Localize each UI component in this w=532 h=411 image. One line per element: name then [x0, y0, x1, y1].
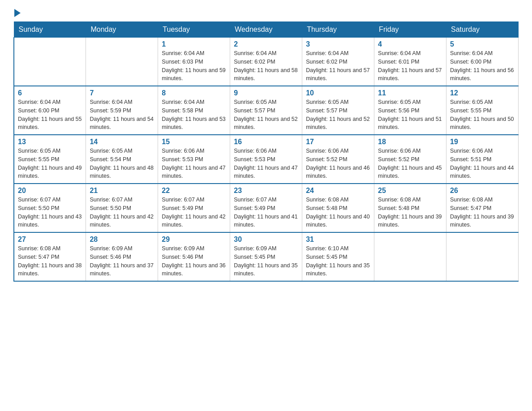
day-info: Sunrise: 6:08 AMSunset: 5:48 PMDaylight:…: [378, 196, 442, 229]
day-number: 5: [450, 40, 515, 48]
weekday-header-tuesday: Tuesday: [158, 22, 230, 38]
day-info: Sunrise: 6:06 AMSunset: 5:53 PMDaylight:…: [162, 147, 226, 180]
day-number: 11: [378, 89, 442, 97]
day-number: 16: [234, 138, 298, 146]
day-info: Sunrise: 6:05 AMSunset: 5:55 PMDaylight:…: [18, 147, 82, 180]
day-number: 29: [162, 235, 226, 244]
calendar-cell: [86, 38, 158, 86]
day-info: Sunrise: 6:05 AMSunset: 5:57 PMDaylight:…: [306, 98, 370, 132]
day-info: Sunrise: 6:08 AMSunset: 5:47 PMDaylight:…: [450, 196, 515, 229]
calendar-cell: 16Sunrise: 6:06 AMSunset: 5:53 PMDayligh…: [230, 135, 302, 184]
weekday-header-sunday: Sunday: [14, 22, 86, 38]
day-info: Sunrise: 6:08 AMSunset: 5:48 PMDaylight:…: [306, 196, 370, 229]
day-number: 6: [18, 89, 82, 97]
calendar-cell: 27Sunrise: 6:08 AMSunset: 5:47 PMDayligh…: [14, 232, 86, 281]
calendar-cell: 17Sunrise: 6:06 AMSunset: 5:52 PMDayligh…: [302, 135, 374, 184]
calendar-cell: 4Sunrise: 6:04 AMSunset: 6:01 PMDaylight…: [374, 38, 446, 86]
calendar-cell: 25Sunrise: 6:08 AMSunset: 5:48 PMDayligh…: [374, 184, 446, 232]
day-info: Sunrise: 6:10 AMSunset: 5:45 PMDaylight:…: [306, 244, 370, 278]
weekday-header-wednesday: Wednesday: [230, 22, 302, 38]
calendar-cell: 9Sunrise: 6:05 AMSunset: 5:57 PMDaylight…: [230, 86, 302, 135]
weekday-header-thursday: Thursday: [302, 22, 374, 38]
calendar-cell: 8Sunrise: 6:04 AMSunset: 5:58 PMDaylight…: [158, 86, 230, 135]
day-number: 28: [90, 235, 154, 244]
day-number: 18: [378, 138, 442, 146]
page-header: [13, 9, 519, 17]
day-number: 27: [18, 235, 82, 244]
day-number: 25: [378, 187, 442, 195]
day-number: 17: [306, 138, 370, 146]
calendar-table: SundayMondayTuesdayWednesdayThursdayFrid…: [13, 21, 519, 282]
day-number: 14: [90, 138, 154, 146]
calendar-cell: 12Sunrise: 6:05 AMSunset: 5:55 PMDayligh…: [446, 86, 519, 135]
day-number: 23: [234, 187, 298, 195]
calendar-cell: 14Sunrise: 6:05 AMSunset: 5:54 PMDayligh…: [86, 135, 158, 184]
calendar-cell: 13Sunrise: 6:05 AMSunset: 5:55 PMDayligh…: [14, 135, 86, 184]
calendar-cell: [14, 38, 86, 86]
day-info: Sunrise: 6:04 AMSunset: 6:02 PMDaylight:…: [234, 49, 298, 83]
day-info: Sunrise: 6:09 AMSunset: 5:46 PMDaylight:…: [90, 244, 154, 278]
day-number: 13: [18, 138, 82, 146]
day-info: Sunrise: 6:07 AMSunset: 5:50 PMDaylight:…: [18, 196, 82, 229]
calendar-cell: 24Sunrise: 6:08 AMSunset: 5:48 PMDayligh…: [302, 184, 374, 232]
calendar-week-2: 6Sunrise: 6:04 AMSunset: 6:00 PMDaylight…: [14, 86, 519, 135]
calendar-cell: 5Sunrise: 6:04 AMSunset: 6:00 PMDaylight…: [446, 38, 519, 86]
day-number: 30: [234, 235, 298, 244]
calendar-cell: 6Sunrise: 6:04 AMSunset: 6:00 PMDaylight…: [14, 86, 86, 135]
day-info: Sunrise: 6:06 AMSunset: 5:52 PMDaylight:…: [378, 147, 442, 180]
calendar-cell: 29Sunrise: 6:09 AMSunset: 5:46 PMDayligh…: [158, 232, 230, 281]
day-number: 4: [378, 40, 442, 48]
calendar-cell: 7Sunrise: 6:04 AMSunset: 5:59 PMDaylight…: [86, 86, 158, 135]
calendar-cell: 15Sunrise: 6:06 AMSunset: 5:53 PMDayligh…: [158, 135, 230, 184]
day-info: Sunrise: 6:04 AMSunset: 5:59 PMDaylight:…: [90, 98, 154, 132]
day-info: Sunrise: 6:07 AMSunset: 5:49 PMDaylight:…: [162, 196, 226, 229]
day-number: 26: [450, 187, 515, 195]
day-info: Sunrise: 6:05 AMSunset: 5:54 PMDaylight:…: [90, 147, 154, 180]
day-number: 19: [450, 138, 515, 146]
day-info: Sunrise: 6:09 AMSunset: 5:45 PMDaylight:…: [234, 244, 298, 278]
day-info: Sunrise: 6:08 AMSunset: 5:47 PMDaylight:…: [18, 244, 82, 278]
calendar-cell: 2Sunrise: 6:04 AMSunset: 6:02 PMDaylight…: [230, 38, 302, 86]
day-number: 7: [90, 89, 154, 97]
calendar-cell: 26Sunrise: 6:08 AMSunset: 5:47 PMDayligh…: [446, 184, 519, 232]
day-info: Sunrise: 6:05 AMSunset: 5:55 PMDaylight:…: [450, 98, 515, 132]
weekday-header-friday: Friday: [374, 22, 446, 38]
day-number: 9: [234, 89, 298, 97]
calendar-cell: 28Sunrise: 6:09 AMSunset: 5:46 PMDayligh…: [86, 232, 158, 281]
day-number: 12: [450, 89, 515, 97]
calendar-cell: 23Sunrise: 6:07 AMSunset: 5:49 PMDayligh…: [230, 184, 302, 232]
weekday-header-saturday: Saturday: [446, 22, 519, 38]
day-number: 8: [162, 89, 226, 97]
weekday-header-row: SundayMondayTuesdayWednesdayThursdayFrid…: [14, 22, 519, 38]
calendar-cell: 19Sunrise: 6:06 AMSunset: 5:51 PMDayligh…: [446, 135, 519, 184]
day-number: 22: [162, 187, 226, 195]
calendar-cell: 10Sunrise: 6:05 AMSunset: 5:57 PMDayligh…: [302, 86, 374, 135]
calendar-cell: 3Sunrise: 6:04 AMSunset: 6:02 PMDaylight…: [302, 38, 374, 86]
logo: [13, 9, 21, 17]
calendar-cell: 21Sunrise: 6:07 AMSunset: 5:50 PMDayligh…: [86, 184, 158, 232]
day-info: Sunrise: 6:06 AMSunset: 5:53 PMDaylight:…: [234, 147, 298, 180]
calendar-cell: [446, 232, 519, 281]
day-number: 10: [306, 89, 370, 97]
day-number: 20: [18, 187, 82, 195]
day-info: Sunrise: 6:04 AMSunset: 6:02 PMDaylight:…: [306, 49, 370, 83]
day-number: 2: [234, 40, 298, 48]
day-info: Sunrise: 6:07 AMSunset: 5:49 PMDaylight:…: [234, 196, 298, 229]
logo-triangle-icon: [14, 9, 21, 17]
calendar-week-4: 20Sunrise: 6:07 AMSunset: 5:50 PMDayligh…: [14, 184, 519, 232]
calendar-cell: 22Sunrise: 6:07 AMSunset: 5:49 PMDayligh…: [158, 184, 230, 232]
day-info: Sunrise: 6:09 AMSunset: 5:46 PMDaylight:…: [162, 244, 226, 278]
day-number: 31: [306, 235, 370, 244]
calendar-cell: 30Sunrise: 6:09 AMSunset: 5:45 PMDayligh…: [230, 232, 302, 281]
day-number: 24: [306, 187, 370, 195]
day-info: Sunrise: 6:04 AMSunset: 6:01 PMDaylight:…: [378, 49, 442, 83]
day-info: Sunrise: 6:06 AMSunset: 5:52 PMDaylight:…: [306, 147, 370, 180]
calendar-cell: 11Sunrise: 6:05 AMSunset: 5:56 PMDayligh…: [374, 86, 446, 135]
calendar-cell: [374, 232, 446, 281]
day-number: 21: [90, 187, 154, 195]
weekday-header-monday: Monday: [86, 22, 158, 38]
day-number: 1: [162, 40, 226, 48]
day-info: Sunrise: 6:06 AMSunset: 5:51 PMDaylight:…: [450, 147, 515, 180]
day-number: 15: [162, 138, 226, 146]
day-info: Sunrise: 6:04 AMSunset: 6:03 PMDaylight:…: [162, 49, 226, 83]
